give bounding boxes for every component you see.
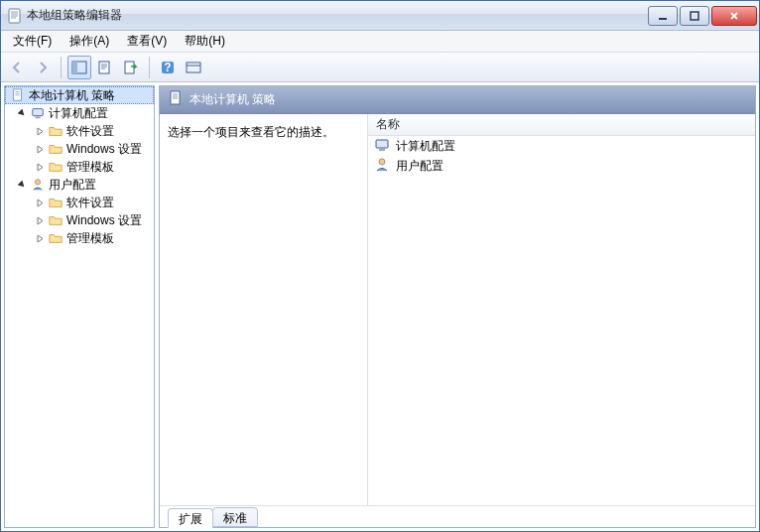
- export-button[interactable]: [119, 56, 143, 79]
- details-title: 本地计算机 策略: [190, 91, 276, 108]
- toolbar: ?: [1, 53, 759, 82]
- tree-computer-config[interactable]: 计算机配置: [5, 104, 154, 122]
- folder-icon: [48, 123, 63, 139]
- tree-label: 用户配置: [49, 177, 96, 194]
- tab-label: 标准: [223, 511, 247, 525]
- document-icon: [168, 90, 184, 109]
- svg-rect-15: [125, 62, 134, 73]
- folder-icon: [48, 212, 63, 228]
- user-icon: [374, 157, 390, 176]
- menubar: 文件(F) 操作(A) 查看(V) 帮助(H): [1, 31, 759, 53]
- bottom-tabs: 扩展 标准: [160, 505, 755, 527]
- app-icon: [7, 8, 23, 24]
- list-item-label: 计算机配置: [396, 138, 455, 155]
- window-title: 本地组策略编辑器: [27, 7, 648, 24]
- titlebar: 本地组策略编辑器: [1, 1, 759, 31]
- description-prompt: 选择一个项目来查看它的描述。: [168, 125, 334, 139]
- show-tree-button[interactable]: [67, 56, 91, 79]
- description-column: 选择一个项目来查看它的描述。: [160, 114, 368, 505]
- menu-file[interactable]: 文件(F): [5, 31, 60, 52]
- maximize-button[interactable]: [680, 6, 709, 26]
- close-button[interactable]: [711, 6, 757, 26]
- body-area: 本地计算机 策略 计算机配置 软件设置 Windows 设置 管理模板: [1, 82, 759, 531]
- tree-user-config[interactable]: 用户配置: [5, 176, 154, 194]
- collapse-icon[interactable]: [17, 180, 28, 191]
- tab-extended[interactable]: 扩展: [168, 508, 213, 528]
- svg-rect-18: [187, 63, 200, 72]
- back-button[interactable]: [5, 56, 29, 79]
- folder-icon: [48, 195, 63, 210]
- tree-label: 软件设置: [66, 195, 114, 211]
- svg-point-26: [35, 180, 40, 185]
- folder-icon: [48, 141, 63, 157]
- collapse-icon[interactable]: [17, 108, 28, 119]
- tree-computer-windows[interactable]: Windows 设置: [5, 140, 154, 158]
- tree-computer-templates[interactable]: 管理模板: [5, 158, 154, 176]
- list-item-computer-config[interactable]: 计算机配置: [368, 136, 755, 156]
- computer-icon: [374, 137, 390, 156]
- expand-icon[interactable]: [35, 162, 46, 173]
- tree-root[interactable]: 本地计算机 策略: [5, 86, 154, 104]
- computer-icon: [30, 105, 46, 121]
- tree-label: Windows 设置: [66, 141, 142, 158]
- toolbar-separator: [61, 57, 62, 78]
- expand-icon[interactable]: [35, 144, 46, 155]
- svg-rect-11: [99, 62, 109, 73]
- list-item-label: 用户配置: [396, 158, 443, 175]
- toolbar-separator: [149, 57, 150, 78]
- folder-icon: [48, 230, 63, 246]
- menu-action[interactable]: 操作(A): [62, 31, 117, 52]
- tree-pane[interactable]: 本地计算机 策略 计算机配置 软件设置 Windows 设置 管理模板: [4, 85, 155, 528]
- menu-help[interactable]: 帮助(H): [177, 31, 233, 52]
- details-pane: 本地计算机 策略 选择一个项目来查看它的描述。 名称 计算机配置: [159, 85, 756, 528]
- tree-label: 计算机配置: [49, 105, 108, 122]
- svg-rect-31: [376, 140, 388, 148]
- column-header-name[interactable]: 名称: [368, 114, 755, 136]
- minimize-button[interactable]: [648, 6, 678, 26]
- forward-button[interactable]: [31, 56, 55, 79]
- tree-label: 软件设置: [66, 123, 114, 140]
- show-hide-button[interactable]: [182, 56, 205, 79]
- tree-user-templates[interactable]: 管理模板: [5, 229, 154, 247]
- expand-icon[interactable]: [35, 215, 46, 226]
- properties-button[interactable]: [93, 56, 117, 79]
- tree-label: 本地计算机 策略: [29, 87, 115, 104]
- expand-icon[interactable]: [35, 198, 46, 208]
- tree-user-windows[interactable]: Windows 设置: [5, 211, 154, 229]
- svg-rect-6: [691, 12, 698, 20]
- folder-icon: [48, 159, 63, 175]
- svg-rect-10: [72, 62, 77, 73]
- tree-label: 管理模板: [66, 159, 114, 176]
- tree-computer-software[interactable]: 软件设置: [5, 122, 154, 140]
- details-content: 选择一个项目来查看它的描述。 名称 计算机配置 用户配置: [160, 114, 755, 505]
- tree-label: Windows 设置: [66, 212, 142, 229]
- svg-rect-25: [35, 117, 40, 119]
- svg-rect-32: [379, 149, 385, 151]
- list-item-user-config[interactable]: 用户配置: [368, 156, 755, 176]
- app-window: 本地组策略编辑器 文件(F) 操作(A) 查看(V) 帮助(H) ? 本地计算机…: [0, 0, 760, 532]
- expand-icon[interactable]: [35, 233, 46, 244]
- document-icon: [10, 87, 26, 103]
- svg-text:?: ?: [164, 61, 171, 74]
- column-header-label: 名称: [376, 116, 400, 133]
- list-column: 名称 计算机配置 用户配置: [368, 114, 755, 505]
- expand-icon[interactable]: [35, 126, 46, 137]
- svg-rect-24: [33, 109, 44, 116]
- tab-standard[interactable]: 标准: [212, 507, 258, 527]
- svg-point-33: [379, 159, 385, 165]
- menu-view[interactable]: 查看(V): [119, 31, 175, 52]
- help-button[interactable]: ?: [156, 56, 180, 79]
- window-controls: [648, 6, 757, 26]
- details-header: 本地计算机 策略: [160, 86, 755, 114]
- tree-label: 管理模板: [66, 230, 114, 247]
- tab-label: 扩展: [179, 512, 202, 526]
- tree-user-software[interactable]: 软件设置: [5, 194, 154, 211]
- user-icon: [30, 177, 46, 193]
